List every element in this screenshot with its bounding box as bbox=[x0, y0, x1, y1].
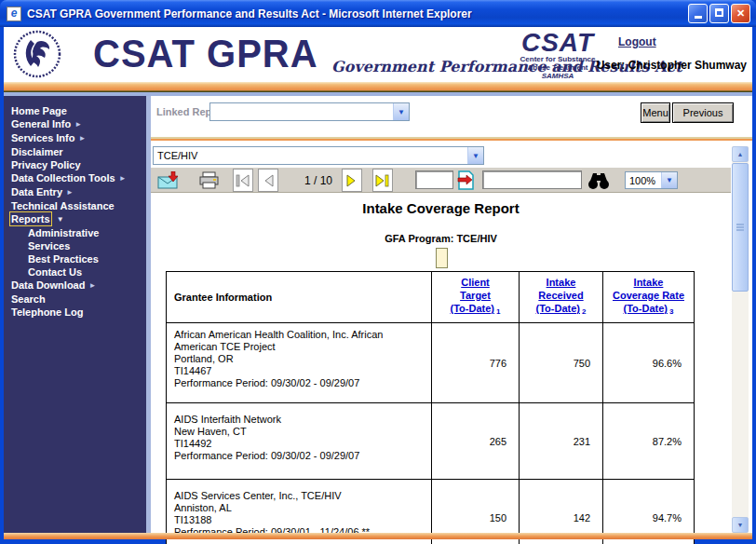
maximize-icon bbox=[715, 8, 723, 17]
csat-samhsa: SAMHSA bbox=[506, 72, 609, 81]
print-icon[interactable] bbox=[198, 171, 220, 189]
csat-line1: Center for Substance bbox=[506, 55, 609, 63]
csat-line2: Abuse Treatment bbox=[506, 63, 609, 72]
grantee-info-cell: AIDS Interfaith Network New Haven, CT TI… bbox=[167, 403, 432, 480]
sidebar-item-disclaimer[interactable]: Disclaimer bbox=[4, 145, 146, 158]
sidebar-item-services-info[interactable]: Services Info► bbox=[4, 131, 146, 145]
client-target-cell: 265 bbox=[432, 403, 520, 480]
scroll-up-icon: ▲ bbox=[737, 151, 744, 157]
main-content: Linked Reports: ▼ Menu Previous TCE/HIV … bbox=[151, 96, 752, 533]
linked-reports-select[interactable]: ▼ bbox=[209, 102, 410, 121]
coverage-rate-cell: 96.6% bbox=[603, 323, 695, 403]
zoom-level-value: 100% bbox=[626, 175, 661, 186]
coverage-rate-cell: 87.2% bbox=[603, 403, 695, 480]
user-label: User: Christopher Shumway bbox=[597, 59, 747, 72]
chevron-right-icon: ► bbox=[74, 120, 82, 129]
page-number-input[interactable] bbox=[415, 170, 453, 189]
report-placeholder-box bbox=[436, 248, 448, 268]
sidebar-item-search[interactable]: Search bbox=[4, 292, 146, 306]
bottom-orange-bar bbox=[4, 533, 752, 539]
sidebar-item-privacy-policy[interactable]: Privacy Policy bbox=[4, 158, 146, 171]
grantee-info-cell: African American Health Coalition, Inc. … bbox=[167, 323, 432, 403]
first-page-button[interactable] bbox=[233, 169, 253, 192]
footnote-1: 1 bbox=[496, 307, 500, 316]
csat-logo: CSAT Center for Substance Abuse Treatmen… bbox=[506, 31, 609, 81]
vertical-scrollbar[interactable]: ▲ ▼ bbox=[732, 146, 749, 533]
sidebar-nav: Home Page General Info► Services Info► D… bbox=[4, 96, 146, 533]
report-subtitle: GFA Program: TCE/HIV bbox=[151, 233, 731, 244]
footnote-3: 3 bbox=[669, 307, 673, 316]
scroll-down-button[interactable]: ▼ bbox=[732, 517, 749, 533]
report-program-value: TCE/HIV bbox=[154, 150, 467, 161]
close-icon: ✕ bbox=[736, 7, 745, 19]
app-header: CSAT GPRA Government Performance and Res… bbox=[4, 27, 752, 82]
sidebar-item-home-page[interactable]: Home Page bbox=[4, 104, 146, 117]
client-target-header[interactable]: Client Target (To-Date)1 bbox=[432, 272, 520, 323]
grantee-information-header: Grantee Information bbox=[167, 272, 432, 323]
window-title: CSAT GPRA Government Performance and Res… bbox=[27, 7, 688, 20]
previous-button[interactable]: Previous bbox=[672, 102, 734, 123]
sidebar-item-services[interactable]: Services bbox=[4, 239, 146, 252]
chevron-down-icon[interactable]: ▼ bbox=[661, 172, 677, 188]
intake-received-header[interactable]: Intake Received (To-Date)2 bbox=[520, 272, 603, 323]
chevron-down-icon[interactable]: ▼ bbox=[467, 147, 483, 164]
client-target-cell: 776 bbox=[432, 323, 520, 403]
close-button[interactable]: ✕ bbox=[731, 4, 750, 23]
chevron-right-icon: ► bbox=[66, 188, 74, 197]
scrollbar-thumb[interactable] bbox=[732, 163, 749, 292]
previous-page-button[interactable] bbox=[258, 169, 278, 192]
sidebar-item-administrative[interactable]: Administrative bbox=[4, 226, 146, 239]
report-title: Intake Coverage Report bbox=[151, 200, 731, 216]
header-orange-bar bbox=[4, 82, 752, 92]
footnote-2: 2 bbox=[582, 307, 586, 316]
sidebar-item-telephone-log[interactable]: Telephone Log bbox=[4, 306, 146, 319]
content-orange-separator bbox=[151, 137, 752, 141]
title-bar: e CSAT GPRA Government Performance and R… bbox=[0, 0, 756, 27]
chevron-right-icon: ► bbox=[78, 134, 86, 143]
intake-coverage-rate-header[interactable]: Intake Coverage Rate (To-Date)3 bbox=[603, 272, 695, 323]
next-page-button[interactable] bbox=[342, 169, 362, 192]
page-indicator: 1 / 10 bbox=[292, 174, 344, 187]
table-row: AIDS Interfaith Network New Haven, CT TI… bbox=[167, 403, 695, 480]
last-page-icon bbox=[374, 174, 391, 187]
maximize-button[interactable] bbox=[709, 4, 729, 23]
search-text-input[interactable] bbox=[482, 170, 582, 189]
hhs-logo bbox=[13, 30, 62, 79]
internet-explorer-icon[interactable]: e bbox=[7, 7, 21, 21]
sidebar-item-best-practices[interactable]: Best Practices bbox=[4, 252, 146, 265]
chevron-down-icon[interactable]: ▼ bbox=[393, 103, 409, 120]
table-row: African American Health Coalition, Inc. … bbox=[167, 323, 695, 403]
sidebar-item-contact-us[interactable]: Contact Us bbox=[4, 265, 146, 279]
scroll-up-button[interactable]: ▲ bbox=[732, 146, 749, 162]
first-page-icon bbox=[235, 174, 251, 187]
sidebar-item-data-entry[interactable]: Data Entry► bbox=[4, 185, 146, 199]
zoom-level-select[interactable]: 100% ▼ bbox=[625, 171, 678, 189]
chevron-right-icon: ► bbox=[119, 174, 127, 183]
export-icon[interactable] bbox=[157, 171, 180, 189]
chevron-right-icon: ► bbox=[88, 281, 96, 290]
minimize-button[interactable] bbox=[688, 4, 708, 23]
chevron-down-icon: ▼ bbox=[57, 215, 64, 224]
sidebar-item-data-download[interactable]: Data Download► bbox=[4, 279, 146, 292]
sidebar-item-technical-assistance[interactable]: Technical Assistance bbox=[4, 199, 146, 212]
report-program-select[interactable]: TCE/HIV ▼ bbox=[153, 146, 484, 165]
menu-button[interactable]: Menu bbox=[641, 102, 670, 123]
sidebar-item-data-collection-tools[interactable]: Data Collection Tools► bbox=[4, 171, 146, 185]
intake-received-cell: 750 bbox=[520, 323, 603, 403]
browser-window: e CSAT GPRA Government Performance and R… bbox=[0, 0, 756, 544]
previous-page-icon bbox=[261, 174, 276, 187]
report-table: Grantee Information Client Target (To-Da… bbox=[166, 271, 695, 544]
csat-acronym: CSAT bbox=[506, 31, 609, 55]
app-title: CSAT GPRA bbox=[93, 31, 318, 76]
last-page-button[interactable] bbox=[372, 169, 393, 192]
sidebar-item-reports[interactable]: Reports ▼ bbox=[4, 212, 146, 226]
sidebar-item-general-info[interactable]: General Info► bbox=[4, 117, 146, 131]
report-toolbar: 1 / 10 bbox=[151, 168, 731, 193]
minimize-icon bbox=[695, 16, 702, 19]
scrollbar-grip bbox=[736, 224, 744, 225]
scroll-down-icon: ▼ bbox=[737, 522, 744, 528]
logout-link[interactable]: Logout bbox=[618, 35, 656, 48]
search-binoculars-icon[interactable] bbox=[587, 170, 610, 190]
next-page-icon bbox=[344, 174, 359, 187]
goto-page-icon[interactable] bbox=[456, 170, 476, 190]
